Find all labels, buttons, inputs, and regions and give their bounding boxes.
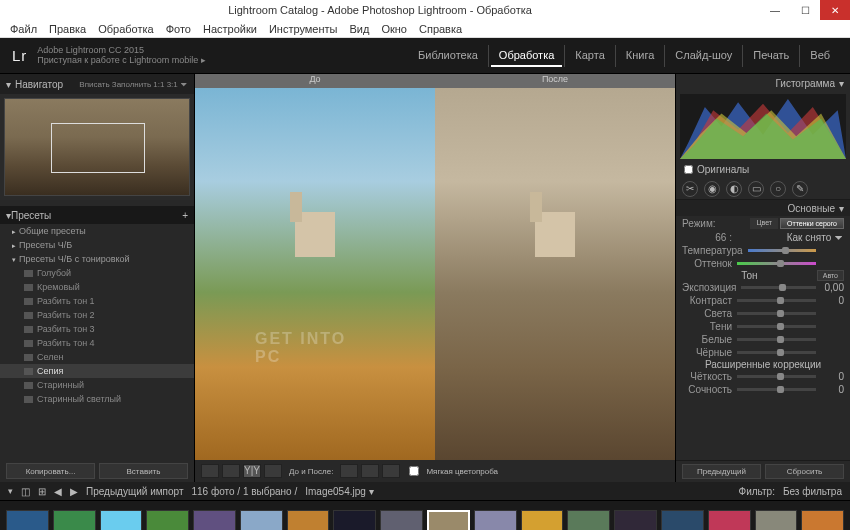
menu-вид[interactable]: Вид	[344, 23, 376, 35]
softproof-checkbox[interactable]	[409, 466, 419, 476]
preset-item[interactable]: Кремовый	[0, 280, 194, 294]
thumbnail[interactable]	[146, 510, 189, 531]
thumbnail[interactable]	[380, 510, 423, 531]
thumbnail[interactable]	[661, 510, 704, 531]
contrast-slider[interactable]	[737, 299, 816, 302]
menu-фото[interactable]: Фото	[160, 23, 197, 35]
thumbnail[interactable]	[6, 510, 49, 531]
survey-view-button[interactable]	[264, 464, 282, 478]
module-6[interactable]: Веб	[802, 45, 838, 67]
add-preset-icon[interactable]: +	[182, 210, 188, 221]
blacks-slider[interactable]	[737, 351, 816, 354]
maximize-button[interactable]: ☐	[790, 0, 820, 20]
redeye-tool-icon[interactable]: ◐	[726, 181, 742, 197]
thumbnail[interactable]	[801, 510, 844, 531]
menu-окно[interactable]: Окно	[375, 23, 413, 35]
temp-slider[interactable]	[748, 249, 816, 252]
clarity-slider[interactable]	[737, 375, 816, 378]
close-button[interactable]: ✕	[820, 0, 850, 20]
thumbnail[interactable]	[100, 510, 143, 531]
mobile-prompt[interactable]: Приступая к работе с Lightroom mobile ▸	[37, 56, 205, 66]
filter-off[interactable]: Без фильтра	[783, 486, 842, 497]
thumbnail[interactable]	[708, 510, 751, 531]
menu-правка[interactable]: Правка	[43, 23, 92, 35]
thumbnail[interactable]	[287, 510, 330, 531]
reset-button[interactable]: Сбросить	[765, 464, 844, 479]
preset-group[interactable]: ▸Общие пресеты	[0, 224, 194, 238]
thumbnail[interactable]	[193, 510, 236, 531]
thumbnail[interactable]	[240, 510, 283, 531]
preset-item[interactable]: Разбить тон 3	[0, 322, 194, 336]
copy-button[interactable]: Копировать...	[6, 463, 95, 479]
thumbnail[interactable]	[474, 510, 517, 531]
crop-tool-icon[interactable]: ✂	[682, 181, 698, 197]
navigator-preview[interactable]	[0, 94, 194, 200]
preset-item[interactable]: Голубой	[0, 266, 194, 280]
ba-mode-2[interactable]	[361, 464, 379, 478]
menu-настройки[interactable]: Настройки	[197, 23, 263, 35]
thumbnail[interactable]	[333, 510, 376, 531]
histogram-header[interactable]: Гистограмма▾	[676, 74, 850, 92]
preset-item[interactable]: Старинный	[0, 378, 194, 392]
loupe-view-button[interactable]	[201, 464, 219, 478]
next-arrow-icon[interactable]: ▶	[70, 486, 78, 497]
shadows-slider[interactable]	[737, 325, 816, 328]
minimize-button[interactable]: —	[760, 0, 790, 20]
preset-item[interactable]: Разбить тон 2	[0, 308, 194, 322]
menu-справка[interactable]: Справка	[413, 23, 468, 35]
before-image[interactable]: GET INTO PC	[195, 88, 435, 460]
filmstrip-nav-icon[interactable]: ◫	[21, 486, 30, 497]
basic-panel-header[interactable]: Основные▾	[676, 200, 850, 216]
thumbnail[interactable]	[567, 510, 610, 531]
thumbnail[interactable]	[427, 510, 470, 531]
compare-view-button[interactable]: Y|Y	[243, 464, 261, 478]
after-image[interactable]	[435, 88, 675, 460]
navigator-header[interactable]: ▾Навигатор Вписать Заполнить 1:1 3:1 ⏷	[0, 74, 194, 94]
highlights-slider[interactable]	[737, 312, 816, 315]
grayscale-mode-button[interactable]: Оттенки серого	[780, 218, 844, 229]
preset-group[interactable]: ▾Пресеты Ч/Б с тонировкой	[0, 252, 194, 266]
histogram[interactable]	[680, 94, 846, 159]
whites-slider[interactable]	[737, 338, 816, 341]
module-0[interactable]: Библиотека	[410, 45, 486, 67]
ba-mode-3[interactable]	[382, 464, 400, 478]
presets-header[interactable]: ▾Пресеты+	[0, 206, 194, 224]
radial-tool-icon[interactable]: ○	[770, 181, 786, 197]
menu-инструменты[interactable]: Инструменты	[263, 23, 344, 35]
tint-slider[interactable]	[737, 262, 816, 265]
prev-arrow-icon[interactable]: ◀	[54, 486, 62, 497]
thumbnail[interactable]	[53, 510, 96, 531]
thumbnail[interactable]	[521, 510, 564, 531]
menu-файл[interactable]: Файл	[4, 23, 43, 35]
ba-mode-1[interactable]	[340, 464, 358, 478]
paste-button[interactable]: Вставить	[99, 463, 188, 479]
saturation-slider[interactable]	[737, 388, 816, 391]
preset-item[interactable]: Сепия	[0, 364, 194, 378]
thumbnail[interactable]	[614, 510, 657, 531]
module-2[interactable]: Карта	[567, 45, 612, 67]
spot-tool-icon[interactable]: ◉	[704, 181, 720, 197]
previous-button[interactable]: Предыдущий	[682, 464, 761, 479]
menu-обработка[interactable]: Обработка	[92, 23, 159, 35]
navigator-zoom-opts[interactable]: Вписать Заполнить 1:1 3:1 ⏷	[79, 80, 188, 89]
prev-import-label[interactable]: Предыдущий импорт	[86, 486, 184, 497]
preset-item[interactable]: Разбить тон 4	[0, 336, 194, 350]
module-3[interactable]: Книга	[618, 45, 663, 67]
preset-item[interactable]: Разбить тон 1	[0, 294, 194, 308]
grid-icon[interactable]: ⊞	[38, 486, 46, 497]
exposure-slider[interactable]	[741, 286, 816, 289]
preset-item[interactable]: Старинный светлый	[0, 392, 194, 406]
module-1[interactable]: Обработка	[491, 45, 562, 67]
module-5[interactable]: Печать	[745, 45, 797, 67]
thumbnail[interactable]	[755, 510, 798, 531]
grid-view-button[interactable]	[222, 464, 240, 478]
gradient-tool-icon[interactable]: ▭	[748, 181, 764, 197]
filmstrip-toggle-icon[interactable]: ▾	[8, 486, 13, 496]
originals-checkbox[interactable]	[684, 165, 693, 174]
preset-item[interactable]: Селен	[0, 350, 194, 364]
filename-label[interactable]: Image054.jpg ▾	[305, 486, 373, 497]
module-4[interactable]: Слайд-шоу	[667, 45, 740, 67]
auto-tone-button[interactable]: Авто	[817, 270, 844, 281]
color-mode-button[interactable]: Цвет	[750, 218, 778, 229]
wb-dropdown[interactable]: Как снято ⏷	[787, 232, 844, 243]
